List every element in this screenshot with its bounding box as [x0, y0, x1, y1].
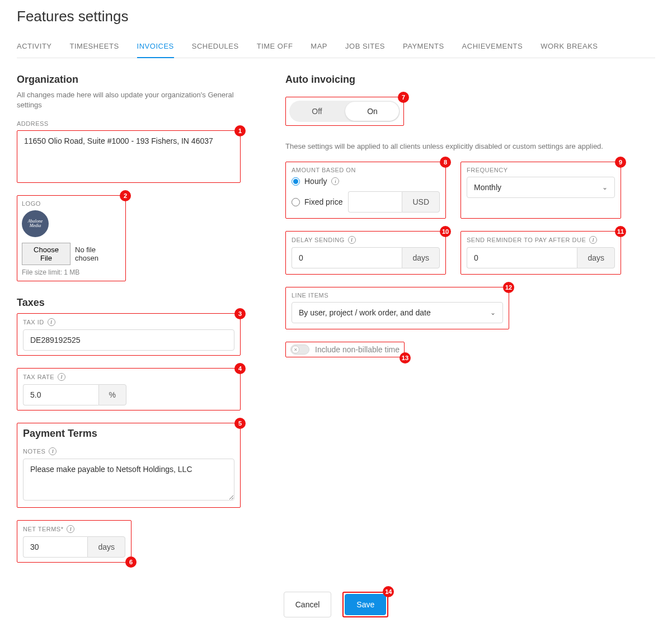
- days-suffix: days: [87, 536, 125, 558]
- percent-suffix: %: [98, 384, 126, 405]
- info-icon: i: [49, 447, 57, 455]
- annotation-badge: 12: [503, 282, 514, 293]
- tax-id-input[interactable]: [23, 329, 234, 351]
- info-icon: i: [58, 373, 65, 381]
- delay-sending-input[interactable]: [292, 247, 402, 268]
- days-suffix: days: [577, 247, 615, 268]
- line-items-label: LINE ITEMS: [292, 289, 503, 299]
- annotation-badge: 9: [615, 157, 626, 168]
- tab-time-off[interactable]: TIME OFF: [257, 37, 293, 58]
- tab-activity[interactable]: ACTIVITY: [17, 37, 52, 58]
- tax-rate-label: TAX RATE i: [23, 373, 234, 381]
- tab-timesheets[interactable]: TIMESHEETS: [70, 37, 119, 58]
- address-label: ADDRESS: [17, 120, 241, 127]
- save-button[interactable]: Save: [345, 594, 386, 615]
- fixed-price-input[interactable]: [348, 191, 402, 213]
- toggle-knob: ✕: [292, 346, 299, 353]
- line-items-select[interactable]: By user, project / work order, and date …: [292, 302, 503, 323]
- tab-job-sites[interactable]: JOB SITES: [345, 37, 385, 58]
- chevron-down-icon: ⌄: [602, 183, 608, 191]
- organization-subtitle: All changes made here will also update y…: [17, 90, 241, 110]
- tab-invoices[interactable]: INVOICES: [137, 37, 174, 58]
- info-icon: i: [67, 525, 74, 533]
- include-nonbillable-label: Include non-billable time: [315, 345, 400, 354]
- net-terms-input[interactable]: [23, 536, 87, 558]
- tax-id-label: TAX ID i: [23, 318, 234, 326]
- no-file-chosen-text: No file chosen: [75, 246, 121, 262]
- tab-map[interactable]: MAP: [311, 37, 327, 58]
- annotation-badge: 1: [234, 125, 246, 136]
- tab-schedules[interactable]: SCHEDULES: [192, 37, 239, 58]
- page-title: Features settings: [17, 8, 655, 25]
- annotation-badge: 5: [234, 418, 246, 429]
- send-reminder-label: SEND REMINDER TO PAY AFTER DUE i: [467, 233, 615, 244]
- days-suffix: days: [402, 247, 440, 268]
- frequency-select[interactable]: Monthly ⌄: [467, 177, 615, 198]
- chevron-down-icon: ⌄: [490, 309, 496, 317]
- file-size-limit: File size limit: 1 MB: [22, 268, 121, 276]
- payment-terms-title: Payment Terms: [23, 428, 234, 440]
- annotation-badge: 4: [234, 363, 246, 374]
- annotation-badge: 7: [398, 92, 409, 103]
- fixed-price-radio[interactable]: Fixed price: [292, 197, 342, 206]
- tabs: ACTIVITYTIMESHEETSINVOICESSCHEDULESTIME …: [17, 37, 655, 58]
- info-icon: i: [331, 177, 339, 185]
- annotation-badge: 14: [383, 586, 394, 597]
- auto-invoicing-title: Auto invoicing: [285, 74, 621, 86]
- delay-sending-label: DELAY SENDING i: [292, 233, 440, 244]
- hourly-radio[interactable]: Hourly i: [292, 177, 440, 186]
- frequency-label: FREQUENCY: [467, 163, 615, 173]
- send-reminder-input[interactable]: [467, 247, 577, 268]
- notes-input[interactable]: [23, 459, 234, 501]
- annotation-badge: 11: [615, 226, 626, 237]
- annotation-badge: 13: [400, 352, 411, 364]
- tab-work-breaks[interactable]: WORK BREAKS: [541, 37, 598, 58]
- annotation-badge: 2: [120, 190, 131, 201]
- notes-label: NOTES i: [23, 444, 234, 455]
- auto-invoicing-toggle[interactable]: Off On: [289, 101, 400, 122]
- amount-based-on-label: AMOUNT BASED ON: [292, 163, 440, 173]
- logo-image: Abalone Media: [22, 210, 49, 237]
- tax-rate-input[interactable]: [23, 384, 98, 405]
- tab-payments[interactable]: PAYMENTS: [403, 37, 444, 58]
- include-nonbillable-toggle[interactable]: ✕: [290, 344, 309, 355]
- info-icon: i: [348, 236, 356, 244]
- usd-suffix: USD: [402, 191, 440, 213]
- toggle-off[interactable]: Off: [289, 101, 345, 122]
- annotation-badge: 10: [440, 226, 451, 237]
- address-input[interactable]: [17, 131, 240, 180]
- cancel-button[interactable]: Cancel: [284, 592, 332, 617]
- info-icon: i: [48, 318, 55, 326]
- auto-invoicing-subtext: These settings will be applied to all cl…: [285, 141, 621, 152]
- annotation-badge: 6: [125, 556, 137, 568]
- annotation-badge: 3: [234, 308, 246, 319]
- organization-title: Organization: [17, 74, 241, 86]
- net-terms-label: NET TERMS* i: [23, 525, 125, 533]
- logo-label: LOGO: [22, 200, 121, 207]
- annotation-badge: 8: [440, 157, 451, 168]
- info-icon: i: [589, 236, 597, 244]
- taxes-title: Taxes: [17, 297, 241, 309]
- choose-file-button[interactable]: Choose File: [22, 243, 71, 265]
- tab-achievements[interactable]: ACHIEVEMENTS: [462, 37, 523, 58]
- toggle-on[interactable]: On: [345, 101, 400, 122]
